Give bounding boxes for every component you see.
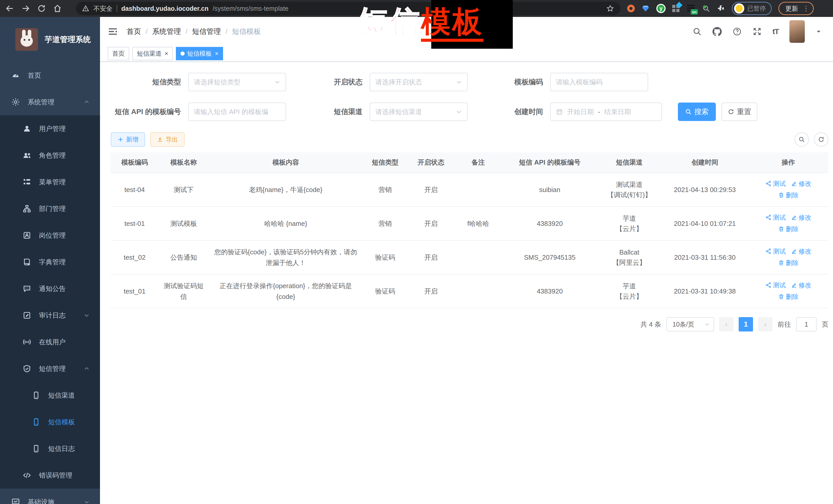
share-icon (765, 181, 771, 187)
address-bar[interactable]: 不安全 dashboard.yudao.iocoder.cn/system/sm… (76, 2, 620, 15)
search-icon[interactable] (692, 27, 702, 36)
show-search-button[interactable] (794, 132, 809, 147)
channel-select[interactable]: 请选择短信渠道 (370, 102, 468, 121)
tag-sms-channel[interactable]: 短信渠道× (132, 47, 173, 60)
goto-page-input[interactable] (796, 317, 816, 332)
extension-y-icon[interactable]: y (656, 4, 666, 13)
next-page-button[interactable]: › (758, 317, 772, 332)
browser-forward-icon[interactable] (21, 4, 30, 13)
edit-link[interactable]: 修改 (791, 178, 811, 189)
sidebar-item-audit-log[interactable]: 审计日志 (0, 302, 100, 329)
extension-magnifier-icon[interactable] (702, 4, 710, 13)
sidebar-item-post[interactable]: 岗位管理 (0, 222, 100, 249)
sidebar-item-notice[interactable]: 通知公告 (0, 275, 100, 302)
breadcrumb-home[interactable]: 首页 (127, 27, 141, 37)
bookmark-star-icon[interactable] (606, 4, 614, 13)
sidebar-item-dept[interactable]: 部门管理 (0, 195, 100, 222)
page-1-button[interactable]: 1 (739, 317, 753, 332)
extension-list-icon[interactable]: on (687, 5, 695, 12)
sidebar-item-dict[interactable]: 字典管理 (0, 249, 100, 275)
create-time-label: 创建时间 (473, 107, 543, 117)
sidebar-item-label: 字典管理 (39, 258, 66, 267)
edit-link[interactable]: 修改 (791, 212, 811, 223)
test-link[interactable]: 测试 (765, 246, 786, 257)
prev-page-button[interactable]: ‹ (719, 317, 734, 332)
cell-api-template-id: 4383920 (502, 274, 597, 308)
page-size-select[interactable]: 10条/页 (666, 317, 714, 332)
search-button[interactable]: 搜索 (678, 102, 716, 121)
browser-back-icon[interactable] (5, 4, 14, 13)
avatar-caret-down-icon[interactable] (815, 28, 822, 34)
font-size-icon[interactable]: tT (772, 27, 779, 36)
close-icon[interactable]: × (215, 50, 218, 57)
sms-type-select[interactable]: 请选择短信类型 (188, 73, 286, 91)
browser-menu-dots-icon[interactable]: ⋮ (803, 5, 809, 13)
api-template-id-input[interactable] (188, 102, 286, 121)
sidebar-item-role[interactable]: 角色管理 (0, 142, 100, 169)
table-header-row: 模板编码模板名称模板内容短信类型开启状态备注短信 API 的模板编号短信渠道创建… (111, 152, 828, 173)
sidebar-item-sms[interactable]: 短信管理 (0, 355, 100, 382)
sidebar-item-infra[interactable]: 基础设施 (0, 488, 100, 504)
extension-donut-icon[interactable] (627, 5, 635, 12)
extension-gem-icon[interactable] (641, 4, 650, 13)
browser-reload-icon[interactable] (37, 4, 46, 13)
delete-link[interactable]: 删除 (778, 190, 799, 200)
tag-sms-template[interactable]: 短信模板× (176, 47, 223, 60)
log-icon (23, 311, 31, 320)
extensions-puzzle-icon[interactable] (717, 4, 725, 13)
table-row: test_01测试验证码短信正在进行登录操作{operation}，您的验证码是… (111, 274, 828, 308)
active-dot (181, 51, 185, 56)
test-link[interactable]: 测试 (765, 212, 786, 223)
edit-icon (791, 248, 797, 254)
create-time-range-picker[interactable]: 开始日期 - 结束日期 (550, 102, 662, 121)
sidebar-menu: 首页系统管理用户管理角色管理菜单管理部门管理岗位管理字典管理通知公告审计日志在线… (0, 62, 100, 504)
test-link[interactable]: 测试 (765, 280, 786, 290)
template-code-input[interactable] (550, 73, 648, 91)
sidebar-collapse-icon[interactable] (108, 26, 118, 37)
sidebar-item-menu[interactable]: 菜单管理 (0, 169, 100, 195)
column-header: 操作 (748, 152, 828, 173)
sidebar-item-sms-channel[interactable]: 短信渠道 (0, 382, 100, 409)
start-date-placeholder: 开始日期 (567, 107, 594, 116)
sidebar-item-home[interactable]: 首页 (0, 62, 100, 89)
breadcrumb-system[interactable]: 系统管理 (152, 27, 181, 37)
test-link[interactable]: 测试 (765, 178, 786, 189)
annotation-title: 短信 模板 (358, 5, 483, 42)
sidebar-item-online-user[interactable]: 在线用户 (0, 329, 100, 355)
close-icon[interactable]: × (165, 50, 168, 57)
delete-link[interactable]: 删除 (778, 257, 799, 268)
extension-grid-icon[interactable] (672, 4, 681, 13)
delete-link[interactable]: 删除 (778, 223, 799, 234)
reset-button[interactable]: 重置 (721, 102, 757, 121)
refresh-table-button[interactable] (814, 132, 828, 147)
annotation-part1: 短信 (358, 5, 421, 42)
online-icon (23, 338, 31, 346)
profile-paused-chip[interactable]: 已暂停 (732, 2, 772, 15)
fullscreen-icon[interactable] (753, 27, 762, 36)
paused-label: 已暂停 (747, 4, 766, 13)
help-icon[interactable] (733, 27, 742, 36)
edit-link[interactable]: 修改 (791, 246, 811, 257)
github-icon[interactable] (713, 27, 722, 36)
navbar-actions: tT (692, 20, 822, 43)
sidebar-item-sms-template[interactable]: 短信模板 (0, 409, 100, 435)
export-button[interactable]: 导出 (150, 132, 185, 147)
tag-home[interactable]: 首页 (108, 47, 129, 60)
browser-update-button[interactable]: 更新 ⋮ (778, 2, 814, 15)
sidebar-item-sms-log[interactable]: 短信日志 (0, 435, 100, 462)
sidebar-item-user[interactable]: 用户管理 (0, 115, 100, 142)
org-icon (23, 204, 31, 213)
search-icon (685, 109, 692, 115)
sidebar-logo-row[interactable]: 芋道管理系统 (0, 17, 100, 62)
sidebar-item-system[interactable]: 系统管理 (0, 89, 100, 115)
status-select[interactable]: 请选择开启状态 (370, 73, 468, 91)
sidebar-item-error-code[interactable]: 错误码管理 (0, 462, 100, 488)
edit-link[interactable]: 修改 (791, 280, 811, 290)
add-button[interactable]: 新增 (111, 132, 145, 147)
browser-home-icon[interactable] (53, 4, 62, 13)
table-settings (794, 132, 828, 147)
security-label[interactable]: 不安全 (93, 4, 113, 13)
user-avatar[interactable] (789, 20, 805, 43)
breadcrumb-sms[interactable]: 短信管理 (192, 27, 221, 37)
delete-link[interactable]: 删除 (778, 291, 799, 302)
